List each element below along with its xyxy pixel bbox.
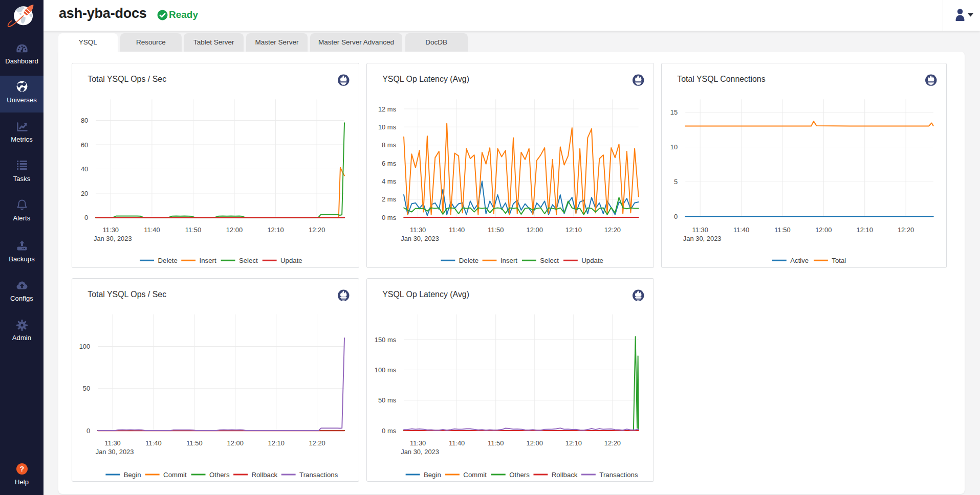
svg-text:100: 100 [79, 343, 91, 350]
svg-text:12:10: 12:10 [267, 226, 284, 234]
svg-text:50: 50 [83, 385, 90, 392]
svg-text:0 ms: 0 ms [382, 426, 396, 434]
svg-text:Total YSQL Ops / Sec: Total YSQL Ops / Sec [88, 290, 166, 299]
svg-text:60: 60 [81, 141, 88, 149]
svg-text:11:40: 11:40 [449, 226, 465, 234]
svg-text:Delete: Delete [158, 257, 178, 264]
svg-text:Rollback: Rollback [552, 470, 578, 478]
svg-text:Select: Select [540, 257, 559, 264]
svg-text:11:40: 11:40 [449, 439, 465, 447]
svg-text:12 ms: 12 ms [378, 105, 396, 113]
svg-text:12:00: 12:00 [527, 226, 543, 234]
svg-text:Transactions: Transactions [299, 470, 338, 478]
svg-text:10: 10 [670, 143, 678, 151]
svg-text:Update: Update [280, 257, 302, 264]
svg-text:12:20: 12:20 [309, 226, 325, 234]
svg-text:15: 15 [670, 108, 678, 116]
svg-text:11:40: 11:40 [145, 439, 161, 447]
svg-text:0: 0 [84, 214, 88, 221]
svg-text:11:50: 11:50 [488, 439, 504, 447]
svg-text:20: 20 [81, 190, 88, 197]
svg-text:?: ? [19, 465, 24, 473]
svg-text:80: 80 [81, 117, 88, 124]
svg-text:Transactions: Transactions [599, 470, 638, 478]
svg-text:Jan 30, 2023: Jan 30, 2023 [401, 448, 439, 456]
svg-text:Jan 30, 2023: Jan 30, 2023 [683, 235, 722, 242]
svg-text:Others: Others [209, 470, 230, 478]
svg-text:12:10: 12:10 [565, 439, 582, 447]
svg-text:YSQL Op Latency (Avg): YSQL Op Latency (Avg) [382, 75, 469, 84]
svg-text:Others: Others [509, 470, 530, 478]
svg-text:8 ms: 8 ms [382, 142, 396, 149]
svg-text:11:30: 11:30 [410, 226, 426, 234]
svg-text:2 ms: 2 ms [382, 196, 396, 204]
svg-text:11:30: 11:30 [692, 226, 708, 234]
svg-text:Update: Update [581, 257, 603, 264]
svg-text:12:10: 12:10 [565, 226, 582, 234]
svg-text:0: 0 [86, 426, 90, 434]
svg-text:12:00: 12:00 [226, 226, 243, 234]
svg-text:11:40: 11:40 [144, 226, 160, 234]
svg-text:40: 40 [81, 165, 88, 173]
svg-text:Commit: Commit [463, 470, 487, 478]
svg-text:11:40: 11:40 [733, 226, 749, 234]
svg-text:Jan 30, 2023: Jan 30, 2023 [401, 235, 439, 242]
svg-text:10 ms: 10 ms [378, 123, 396, 131]
svg-text:Commit: Commit [163, 470, 187, 478]
svg-text:11:30: 11:30 [104, 439, 120, 447]
svg-text:5: 5 [674, 178, 678, 186]
svg-text:11:50: 11:50 [488, 226, 504, 234]
svg-text:Jan 30, 2023: Jan 30, 2023 [96, 448, 134, 456]
svg-text:YSQL Op Latency (Avg): YSQL Op Latency (Avg) [382, 290, 469, 299]
svg-text:12:20: 12:20 [898, 226, 914, 234]
svg-text:Active: Active [790, 257, 809, 264]
svg-text:0: 0 [674, 213, 678, 221]
svg-text:Select: Select [239, 257, 258, 264]
svg-text:12:00: 12:00 [815, 226, 832, 234]
svg-text:12:20: 12:20 [604, 439, 621, 447]
svg-text:Insert: Insert [200, 257, 216, 264]
svg-text:Begin: Begin [124, 470, 141, 478]
svg-text:0 ms: 0 ms [382, 214, 396, 221]
svg-text:50 ms: 50 ms [378, 396, 396, 404]
svg-text:Total YSQL Connections: Total YSQL Connections [677, 75, 765, 84]
svg-text:12:20: 12:20 [309, 439, 325, 447]
svg-text:12:00: 12:00 [227, 439, 244, 447]
svg-text:12:10: 12:10 [857, 226, 873, 234]
svg-text:11:30: 11:30 [410, 439, 426, 447]
svg-text:Begin: Begin [424, 470, 441, 478]
svg-text:Delete: Delete [459, 257, 478, 264]
svg-text:4 ms: 4 ms [382, 177, 396, 185]
svg-text:11:50: 11:50 [185, 226, 201, 234]
svg-text:12:00: 12:00 [527, 439, 543, 447]
svg-text:150 ms: 150 ms [375, 335, 396, 343]
svg-text:Total: Total [832, 257, 846, 264]
svg-text:12:20: 12:20 [604, 226, 621, 234]
svg-text:100 ms: 100 ms [375, 366, 396, 374]
svg-text:Total YSQL Ops / Sec: Total YSQL Ops / Sec [88, 75, 166, 84]
svg-text:Insert: Insert [500, 257, 517, 264]
svg-text:12:10: 12:10 [268, 439, 285, 447]
svg-text:6 ms: 6 ms [382, 160, 396, 167]
svg-text:Rollback: Rollback [251, 470, 277, 478]
svg-text:11:50: 11:50 [186, 439, 202, 447]
svg-text:Jan 30, 2023: Jan 30, 2023 [94, 235, 132, 242]
svg-text:11:30: 11:30 [103, 226, 119, 234]
svg-text:11:50: 11:50 [774, 226, 790, 234]
